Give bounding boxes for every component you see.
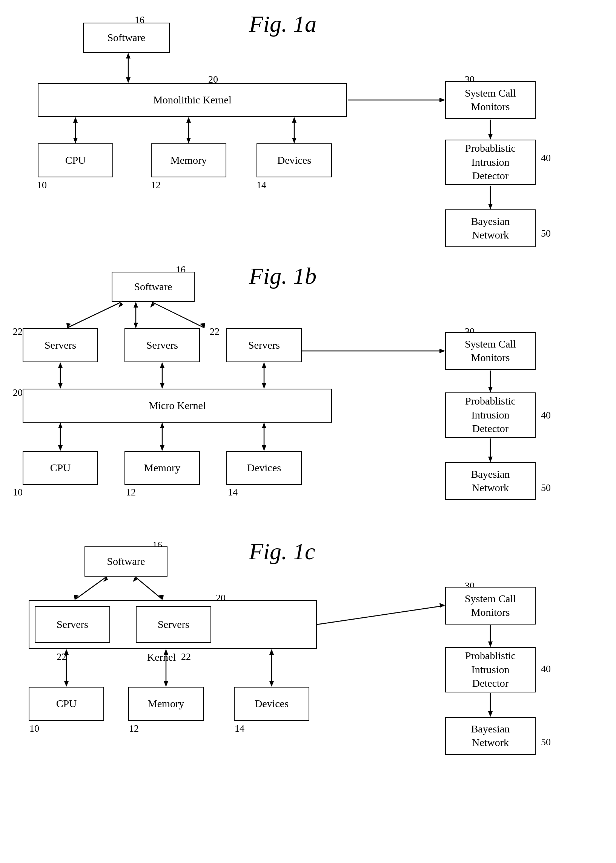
svg-marker-50 xyxy=(488,457,493,462)
svg-marker-17 xyxy=(488,204,493,209)
svg-line-24 xyxy=(153,303,204,327)
svg-marker-35 xyxy=(262,383,266,389)
svg-line-54 xyxy=(136,577,162,599)
svg-marker-43 xyxy=(262,423,266,428)
svg-marker-20 xyxy=(134,323,138,328)
ref-40-1a: 40 xyxy=(541,152,551,164)
svg-marker-7 xyxy=(186,117,191,123)
svg-marker-69 xyxy=(488,641,493,647)
svg-marker-64 xyxy=(164,681,168,687)
svg-marker-37 xyxy=(58,423,63,428)
fig1a-title: Fig. 1a xyxy=(249,11,316,37)
ref-10-1c: 10 xyxy=(30,723,39,734)
svg-marker-29 xyxy=(58,383,63,389)
servers1-box-1b: Servers xyxy=(23,328,98,362)
svg-marker-38 xyxy=(58,445,63,451)
svg-marker-8 xyxy=(186,138,191,143)
fig1c-title: Fig. 1c xyxy=(249,538,315,565)
bayes-box-1c: BayesianNetwork xyxy=(445,717,536,755)
ref-10-1b: 10 xyxy=(13,487,23,498)
memory-box-1a: Memory xyxy=(151,143,226,178)
svg-marker-11 xyxy=(292,138,297,143)
ref-10-1a: 10 xyxy=(37,180,47,191)
svg-marker-53 xyxy=(74,595,79,600)
syscall-box-1c: System CallMonitors xyxy=(445,587,536,624)
ref-22a-1b: 22 xyxy=(13,326,23,337)
svg-marker-22 xyxy=(118,302,123,308)
svg-line-57 xyxy=(317,606,445,624)
svg-marker-44 xyxy=(262,445,266,451)
svg-marker-2 xyxy=(126,77,130,83)
ref-kernel-1c: Kernel xyxy=(147,651,176,663)
svg-marker-46 xyxy=(440,349,445,353)
syscall-box-1b: System CallMonitors xyxy=(445,332,536,370)
software-box-1c: Software xyxy=(85,546,168,577)
kernel-box-1b: Micro Kernel xyxy=(23,389,332,423)
cpu-box-1a: CPU xyxy=(38,143,113,178)
bayes-box-1b: BayesianNetwork xyxy=(445,462,536,500)
pid-box-1b: ProbablisticIntrusionDetector xyxy=(445,393,536,438)
ref-20-1b: 20 xyxy=(13,387,23,398)
svg-marker-67 xyxy=(269,681,274,687)
devices-box-1b: Devices xyxy=(226,451,302,485)
svg-marker-10 xyxy=(292,117,297,123)
svg-marker-66 xyxy=(269,649,274,655)
cpu-box-1b: CPU xyxy=(23,451,98,485)
svg-marker-41 xyxy=(160,445,165,451)
devices-box-1a: Devices xyxy=(256,143,332,178)
svg-marker-28 xyxy=(58,362,63,368)
ref-50-1b: 50 xyxy=(541,482,551,494)
memory-box-1c: Memory xyxy=(128,687,204,721)
ref-50-1c: 50 xyxy=(541,737,551,748)
svg-marker-25 xyxy=(150,302,155,308)
fig1b-title: Fig. 1b xyxy=(249,263,316,289)
svg-marker-32 xyxy=(160,383,165,389)
memory-box-1b: Memory xyxy=(124,451,200,485)
svg-marker-48 xyxy=(488,387,493,393)
svg-marker-13 xyxy=(440,98,445,102)
ref-14-1a: 14 xyxy=(256,180,266,191)
ref-40-1b: 40 xyxy=(541,410,551,421)
svg-marker-19 xyxy=(134,302,138,308)
svg-marker-5 xyxy=(73,138,78,143)
ref-22a-1c: 22 xyxy=(57,651,66,663)
page: Fig. 1a 16 20 10 12 14 30 40 50 Software… xyxy=(0,0,616,863)
svg-marker-71 xyxy=(488,711,493,717)
svg-marker-23 xyxy=(66,323,71,328)
ref-12-1a: 12 xyxy=(151,180,161,191)
svg-marker-58 xyxy=(440,603,445,608)
bayes-box-1a: BayesianNetwork xyxy=(445,209,536,247)
svg-marker-52 xyxy=(103,577,108,582)
svg-line-51 xyxy=(75,577,105,599)
servers2-box-1b: Servers xyxy=(124,328,200,362)
servers3-box-1b: Servers xyxy=(226,328,302,362)
kernel-box-1a: Monolithic Kernel xyxy=(38,83,347,117)
svg-marker-40 xyxy=(160,423,165,428)
ref-12-1c: 12 xyxy=(129,723,139,734)
svg-marker-55 xyxy=(133,577,137,582)
svg-marker-26 xyxy=(200,323,205,328)
svg-marker-15 xyxy=(488,134,493,140)
ref-22b-1b: 22 xyxy=(210,326,220,337)
pid-box-1c: ProbablisticIntrusionDetector xyxy=(445,647,536,692)
svg-marker-34 xyxy=(262,362,266,368)
software-box-1b: Software xyxy=(112,272,195,302)
servers1-inner-box-1c: Servers xyxy=(35,606,110,643)
ref-22b-1c: 22 xyxy=(181,651,191,663)
svg-marker-4 xyxy=(73,117,78,123)
svg-marker-56 xyxy=(159,595,164,600)
svg-marker-31 xyxy=(160,362,165,368)
pid-box-1a: ProbablisticIntrusionDetector xyxy=(445,140,536,185)
ref-14-1c: 14 xyxy=(235,723,244,734)
svg-marker-1 xyxy=(126,53,130,58)
cpu-box-1c: CPU xyxy=(29,687,104,721)
ref-14-1b: 14 xyxy=(228,487,238,498)
software-box-1a: Software xyxy=(83,23,170,53)
ref-12-1b: 12 xyxy=(126,487,136,498)
devices-box-1c: Devices xyxy=(234,687,309,721)
svg-marker-61 xyxy=(64,681,69,687)
svg-line-21 xyxy=(68,303,120,327)
syscall-box-1a: System CallMonitors xyxy=(445,81,536,119)
servers2-inner-box-1c: Servers xyxy=(136,606,211,643)
ref-40-1c: 40 xyxy=(541,663,551,675)
